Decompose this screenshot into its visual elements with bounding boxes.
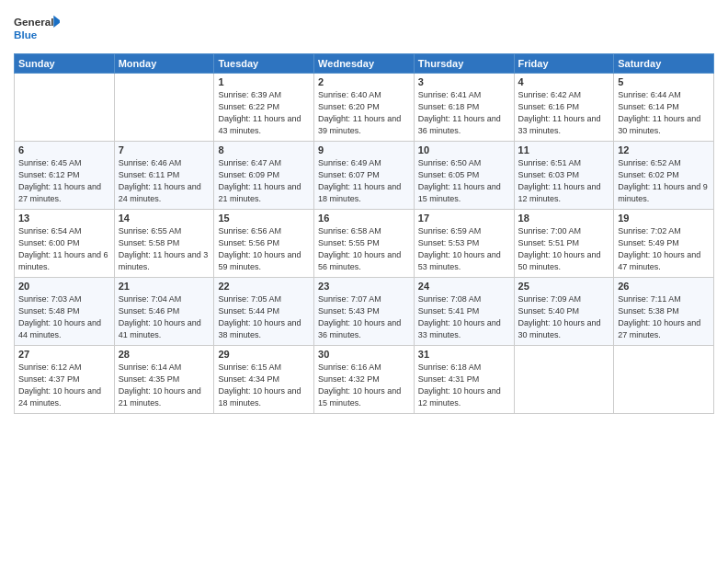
svg-text:Blue: Blue bbox=[14, 29, 38, 40]
day-cell: 5 Sunrise: 6:44 AMSunset: 6:14 PMDayligh… bbox=[614, 74, 714, 142]
day-number: 1 bbox=[218, 76, 310, 87]
day-header-friday: Friday bbox=[514, 54, 614, 74]
day-info: Sunrise: 7:04 AMSunset: 5:46 PMDaylight:… bbox=[119, 293, 210, 341]
day-number: 26 bbox=[618, 281, 710, 292]
day-info: Sunrise: 6:59 AMSunset: 5:53 PMDaylight:… bbox=[418, 225, 510, 273]
day-info: Sunrise: 6:50 AMSunset: 6:05 PMDaylight:… bbox=[418, 157, 510, 205]
day-info: Sunrise: 6:41 AMSunset: 6:18 PMDaylight:… bbox=[418, 89, 510, 137]
day-cell: 24 Sunrise: 7:08 AMSunset: 5:41 PMDaylig… bbox=[414, 278, 514, 346]
day-cell: 20 Sunrise: 7:03 AMSunset: 5:48 PMDaylig… bbox=[15, 278, 115, 346]
day-info: Sunrise: 6:14 AMSunset: 4:35 PMDaylight:… bbox=[119, 362, 210, 409]
day-info: Sunrise: 6:58 AMSunset: 5:55 PMDaylight:… bbox=[318, 225, 410, 273]
day-number: 28 bbox=[119, 349, 210, 360]
day-info: Sunrise: 7:11 AMSunset: 5:38 PMDaylight:… bbox=[618, 293, 710, 341]
day-cell: 19 Sunrise: 7:02 AMSunset: 5:49 PMDaylig… bbox=[614, 210, 714, 278]
day-cell: 14 Sunrise: 6:55 AMSunset: 5:58 PMDaylig… bbox=[114, 210, 214, 278]
day-cell: 31 Sunrise: 6:18 AMSunset: 4:31 PMDaylig… bbox=[414, 346, 514, 414]
day-number: 3 bbox=[418, 76, 510, 87]
day-info: Sunrise: 6:39 AMSunset: 6:22 PMDaylight:… bbox=[218, 89, 310, 137]
day-header-thursday: Thursday bbox=[414, 54, 514, 74]
week-row-2: 6 Sunrise: 6:45 AMSunset: 6:12 PMDayligh… bbox=[15, 142, 714, 210]
day-cell: 18 Sunrise: 7:00 AMSunset: 5:51 PMDaylig… bbox=[514, 210, 614, 278]
calendar-page: General Blue SundayMondayTuesdayWednesda… bbox=[0, 0, 728, 563]
day-number: 31 bbox=[418, 349, 510, 360]
day-number: 14 bbox=[119, 213, 210, 224]
day-number: 7 bbox=[119, 144, 210, 155]
days-header-row: SundayMondayTuesdayWednesdayThursdayFrid… bbox=[15, 54, 714, 74]
day-cell: 2 Sunrise: 6:40 AMSunset: 6:20 PMDayligh… bbox=[314, 74, 415, 142]
day-number: 12 bbox=[618, 144, 710, 155]
day-cell bbox=[614, 346, 714, 414]
day-cell: 10 Sunrise: 6:50 AMSunset: 6:05 PMDaylig… bbox=[414, 142, 514, 210]
day-number: 18 bbox=[518, 213, 610, 224]
day-info: Sunrise: 6:15 AMSunset: 4:34 PMDaylight:… bbox=[218, 362, 310, 409]
day-header-tuesday: Tuesday bbox=[214, 54, 314, 74]
day-info: Sunrise: 6:16 AMSunset: 4:32 PMDaylight:… bbox=[318, 362, 410, 409]
day-cell: 3 Sunrise: 6:41 AMSunset: 6:18 PMDayligh… bbox=[414, 74, 514, 142]
calendar-table: SundayMondayTuesdayWednesdayThursdayFrid… bbox=[14, 53, 714, 414]
day-cell bbox=[114, 74, 214, 142]
day-info: Sunrise: 7:07 AMSunset: 5:43 PMDaylight:… bbox=[318, 293, 410, 341]
day-cell: 9 Sunrise: 6:49 AMSunset: 6:07 PMDayligh… bbox=[314, 142, 415, 210]
day-info: Sunrise: 7:08 AMSunset: 5:41 PMDaylight:… bbox=[418, 293, 510, 341]
day-number: 16 bbox=[318, 213, 410, 224]
day-number: 19 bbox=[618, 213, 710, 224]
day-number: 11 bbox=[518, 144, 610, 155]
day-cell: 21 Sunrise: 7:04 AMSunset: 5:46 PMDaylig… bbox=[114, 278, 214, 346]
day-info: Sunrise: 7:09 AMSunset: 5:40 PMDaylight:… bbox=[518, 293, 610, 341]
day-number: 13 bbox=[18, 213, 110, 224]
day-number: 20 bbox=[18, 281, 110, 292]
day-info: Sunrise: 7:00 AMSunset: 5:51 PMDaylight:… bbox=[518, 225, 610, 273]
day-number: 6 bbox=[18, 144, 110, 155]
day-cell: 22 Sunrise: 7:05 AMSunset: 5:44 PMDaylig… bbox=[214, 278, 314, 346]
day-number: 8 bbox=[218, 144, 310, 155]
day-info: Sunrise: 6:12 AMSunset: 4:37 PMDaylight:… bbox=[18, 362, 110, 409]
day-cell: 16 Sunrise: 6:58 AMSunset: 5:55 PMDaylig… bbox=[314, 210, 415, 278]
day-header-sunday: Sunday bbox=[15, 54, 115, 74]
day-info: Sunrise: 6:56 AMSunset: 5:56 PMDaylight:… bbox=[218, 225, 310, 273]
day-cell: 25 Sunrise: 7:09 AMSunset: 5:40 PMDaylig… bbox=[514, 278, 614, 346]
day-cell: 17 Sunrise: 6:59 AMSunset: 5:53 PMDaylig… bbox=[414, 210, 514, 278]
day-header-wednesday: Wednesday bbox=[314, 54, 415, 74]
week-row-1: 1 Sunrise: 6:39 AMSunset: 6:22 PMDayligh… bbox=[15, 74, 714, 142]
day-info: Sunrise: 7:05 AMSunset: 5:44 PMDaylight:… bbox=[218, 293, 310, 341]
day-cell: 11 Sunrise: 6:51 AMSunset: 6:03 PMDaylig… bbox=[514, 142, 614, 210]
day-number: 17 bbox=[418, 213, 510, 224]
day-info: Sunrise: 6:55 AMSunset: 5:58 PMDaylight:… bbox=[119, 225, 210, 273]
logo: General Blue bbox=[14, 9, 60, 46]
day-header-monday: Monday bbox=[114, 54, 214, 74]
header: General Blue bbox=[14, 9, 714, 46]
day-info: Sunrise: 6:54 AMSunset: 6:00 PMDaylight:… bbox=[18, 225, 110, 273]
day-info: Sunrise: 6:40 AMSunset: 6:20 PMDaylight:… bbox=[318, 89, 410, 137]
day-number: 10 bbox=[418, 144, 510, 155]
day-info: Sunrise: 6:47 AMSunset: 6:09 PMDaylight:… bbox=[218, 157, 310, 205]
day-cell: 15 Sunrise: 6:56 AMSunset: 5:56 PMDaylig… bbox=[214, 210, 314, 278]
day-cell: 12 Sunrise: 6:52 AMSunset: 6:02 PMDaylig… bbox=[614, 142, 714, 210]
day-info: Sunrise: 6:45 AMSunset: 6:12 PMDaylight:… bbox=[18, 157, 110, 205]
day-number: 9 bbox=[318, 144, 410, 155]
day-number: 4 bbox=[518, 76, 610, 87]
day-cell: 4 Sunrise: 6:42 AMSunset: 6:16 PMDayligh… bbox=[514, 74, 614, 142]
day-info: Sunrise: 6:18 AMSunset: 4:31 PMDaylight:… bbox=[418, 362, 510, 409]
day-info: Sunrise: 6:46 AMSunset: 6:11 PMDaylight:… bbox=[119, 157, 210, 205]
day-cell: 13 Sunrise: 6:54 AMSunset: 6:00 PMDaylig… bbox=[15, 210, 115, 278]
day-info: Sunrise: 6:51 AMSunset: 6:03 PMDaylight:… bbox=[518, 157, 610, 205]
day-number: 5 bbox=[618, 76, 710, 87]
svg-text:General: General bbox=[14, 16, 53, 28]
day-info: Sunrise: 7:03 AMSunset: 5:48 PMDaylight:… bbox=[18, 293, 110, 341]
day-info: Sunrise: 7:02 AMSunset: 5:49 PMDaylight:… bbox=[618, 225, 710, 273]
day-header-saturday: Saturday bbox=[614, 54, 714, 74]
day-info: Sunrise: 6:44 AMSunset: 6:14 PMDaylight:… bbox=[618, 89, 710, 137]
day-cell: 8 Sunrise: 6:47 AMSunset: 6:09 PMDayligh… bbox=[214, 142, 314, 210]
day-number: 23 bbox=[318, 281, 410, 292]
day-number: 27 bbox=[18, 349, 110, 360]
svg-marker-2 bbox=[53, 16, 60, 28]
day-cell: 28 Sunrise: 6:14 AMSunset: 4:35 PMDaylig… bbox=[114, 346, 214, 414]
day-cell: 23 Sunrise: 7:07 AMSunset: 5:43 PMDaylig… bbox=[314, 278, 415, 346]
week-row-3: 13 Sunrise: 6:54 AMSunset: 6:00 PMDaylig… bbox=[15, 210, 714, 278]
day-cell: 27 Sunrise: 6:12 AMSunset: 4:37 PMDaylig… bbox=[15, 346, 115, 414]
logo-svg: General Blue bbox=[14, 9, 60, 46]
day-info: Sunrise: 6:42 AMSunset: 6:16 PMDaylight:… bbox=[518, 89, 610, 137]
day-info: Sunrise: 6:52 AMSunset: 6:02 PMDaylight:… bbox=[618, 157, 710, 205]
day-cell bbox=[514, 346, 614, 414]
